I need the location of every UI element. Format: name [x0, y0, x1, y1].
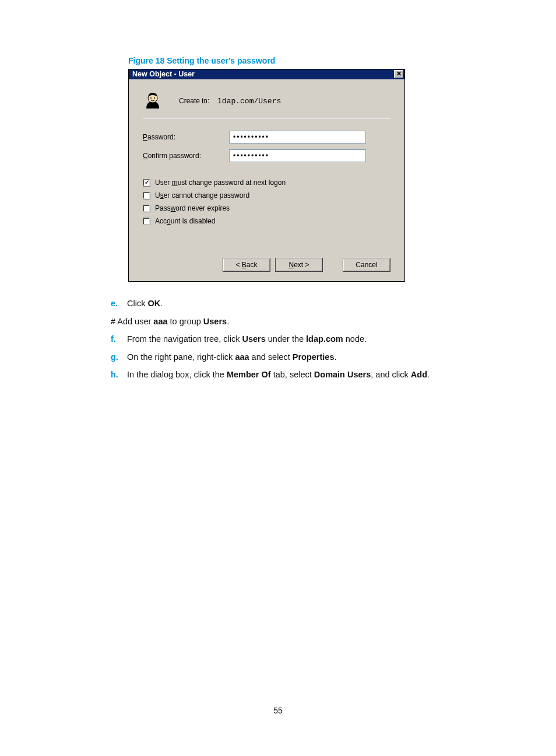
svg-point-1 — [150, 97, 152, 99]
step-marker-f: f. — [111, 331, 127, 348]
create-in-row: Create in: ldap.com/Users — [143, 86, 390, 119]
password-label: Password: — [143, 133, 229, 141]
checkbox-never-expires[interactable] — [143, 205, 150, 212]
confirm-password-label: Confirm password: — [143, 152, 229, 160]
figure-caption: Figure 18 Setting the user's password — [128, 56, 492, 65]
step-h-text: In the dialog box, click the Member Of t… — [127, 367, 430, 383]
checkbox-cannot-change[interactable] — [143, 192, 150, 200]
step-f-text: From the navigation tree, click Users un… — [127, 331, 367, 348]
step-g-text: On the right pane, right-click aaa and s… — [127, 349, 337, 366]
instructions: e. Click OK. # Add user aaa to group Use… — [111, 296, 492, 383]
password-field[interactable] — [229, 131, 366, 144]
back-button[interactable]: < Back — [223, 258, 270, 272]
svg-point-2 — [154, 97, 155, 99]
next-button[interactable]: Next > — [275, 258, 323, 272]
checkbox-must-change[interactable] — [143, 179, 150, 187]
step-marker-e: e. — [111, 296, 127, 312]
checkbox-disabled-label: Account is disabled — [155, 217, 215, 225]
user-head-icon — [143, 91, 163, 111]
dialog-new-object-user: New Object - User ✕ Create in: ldap.com/… — [128, 69, 405, 282]
dialog-title: New Object - User — [132, 70, 195, 78]
checkbox-cannot-change-label: User cannot change password — [155, 191, 249, 200]
step-e-text: Click OK. — [127, 296, 163, 312]
create-in-label: Create in: — [179, 97, 209, 105]
close-icon[interactable]: ✕ — [394, 70, 403, 78]
note-add-user: # Add user aaa to group Users. — [111, 317, 229, 326]
dialog-titlebar: New Object - User ✕ — [129, 69, 404, 79]
step-marker-g: g. — [111, 349, 127, 366]
checkbox-never-expires-label: Password never expires — [155, 204, 230, 212]
confirm-password-field[interactable] — [229, 149, 366, 162]
step-marker-h: h. — [111, 367, 127, 383]
create-in-path: ldap.com/Users — [217, 97, 281, 106]
page-number: 55 — [0, 706, 556, 715]
checkbox-disabled[interactable] — [143, 218, 150, 225]
checkbox-must-change-label: User must change password at next logon — [155, 178, 286, 187]
cancel-button[interactable]: Cancel — [343, 258, 390, 272]
